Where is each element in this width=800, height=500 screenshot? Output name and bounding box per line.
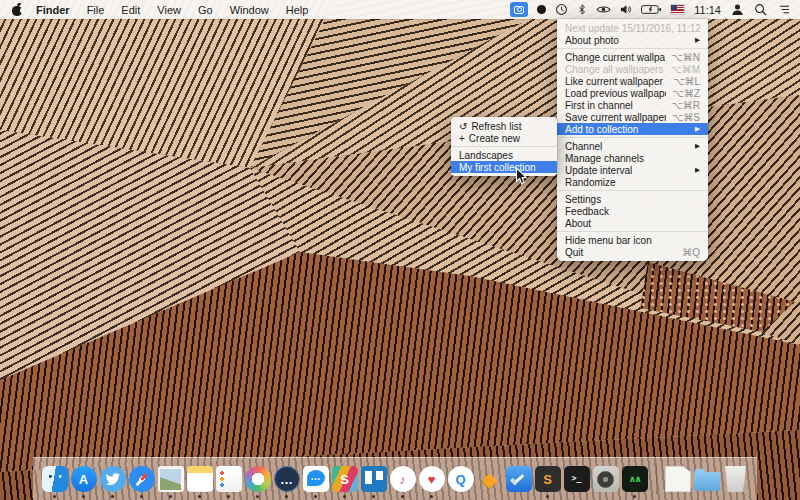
safari-dock-icon[interactable] xyxy=(129,466,155,492)
menu-item-manage-channels[interactable]: Manage channels xyxy=(557,152,708,164)
preview-photo-dock-icon[interactable] xyxy=(158,466,184,492)
menubar-menu-finder[interactable]: Finder xyxy=(36,4,70,16)
sketch-dock-icon[interactable]: ◆ xyxy=(477,466,503,492)
running-indicator-dot xyxy=(546,495,549,498)
downloads-folder-dock-icon[interactable] xyxy=(694,472,720,491)
menu-item-change-current-wallpaper[interactable]: Change current wallpaper⌥⌘N xyxy=(557,51,708,63)
menu-item-label: My first collection xyxy=(459,162,549,173)
photos-dock-icon[interactable] xyxy=(245,466,271,492)
film-reel-app-dock-icon[interactable] xyxy=(593,466,619,492)
menu-item-label: Hide menu bar icon xyxy=(565,235,700,246)
running-indicator-dot xyxy=(372,495,375,498)
menu-item-shortcut: ⌥⌘L xyxy=(673,76,700,87)
menu-item-add-to-collection[interactable]: Add to collection▶ xyxy=(557,123,708,135)
menu-item-shortcut: ⌥⌘S xyxy=(672,112,700,123)
battery-charging-icon[interactable] xyxy=(641,0,662,19)
menubar-menu-go[interactable]: Go xyxy=(198,4,213,16)
menu-item-like-current-wallpaper[interactable]: Like current wallpaper⌥⌘L xyxy=(557,75,708,87)
desktop: FinderFileEditViewGoWindowHelp 11:14 Nex… xyxy=(0,0,800,500)
dot-app-menubar-icon[interactable] xyxy=(537,0,546,19)
running-indicator-dot xyxy=(430,495,433,498)
menubar-menu-view[interactable]: View xyxy=(157,4,181,16)
documents-stack-dock-icon[interactable] xyxy=(665,466,691,492)
menubar-right-icons xyxy=(731,0,790,19)
activity-monitor-dock-icon[interactable]: ∧∧ xyxy=(622,466,648,492)
menu-item-label: Load previous wallpaper xyxy=(565,88,666,99)
menu-item-feedback[interactable]: Feedback xyxy=(557,205,708,217)
menubar-menu-file[interactable]: File xyxy=(87,4,105,16)
menu-item-landscapes[interactable]: Landscapes xyxy=(451,149,557,161)
dock-icon-glyph: Q xyxy=(455,473,465,486)
menu-item-hide-menu-bar-icon[interactable]: Hide menu bar icon xyxy=(557,234,708,246)
irvue-menubar-icon[interactable] xyxy=(510,0,528,19)
menu-item-about[interactable]: About xyxy=(557,217,708,229)
finder-dock-icon[interactable] xyxy=(42,466,68,492)
menu-item-label: Settings xyxy=(565,194,700,205)
sublime-text-dock-icon[interactable]: S xyxy=(535,466,561,492)
xcode-dock-icon[interactable] xyxy=(506,466,532,492)
menubar-menu-edit[interactable]: Edit xyxy=(121,4,140,16)
running-indicator-dot xyxy=(285,495,288,498)
menu-item-about-photo[interactable]: About photo▶ xyxy=(557,34,708,46)
menu-item-create-new[interactable]: +Create new xyxy=(451,132,557,144)
running-indicator-dot xyxy=(198,495,201,498)
menu-item-settings[interactable]: Settings xyxy=(557,193,708,205)
notes-dock-icon[interactable] xyxy=(187,466,213,492)
trash-dock-icon[interactable] xyxy=(723,466,749,492)
menu-item-quit[interactable]: Quit⌘Q xyxy=(557,246,708,258)
chat-app-dock-icon[interactable]: … xyxy=(274,466,300,492)
dock-icon-glyph: ♥ xyxy=(428,473,436,486)
menu-item-randomize[interactable]: Randomize xyxy=(557,176,708,188)
app-store-dock-icon[interactable]: A xyxy=(71,466,97,492)
volume-icon[interactable] xyxy=(620,0,632,19)
submenu-separator xyxy=(451,146,557,147)
menu-item-load-previous-wallpaper[interactable]: Load previous wallpaper⌥⌘Z xyxy=(557,87,708,99)
heartbeat-app-dock-icon[interactable]: ♥ xyxy=(419,466,445,492)
menu-item-label: Channel xyxy=(565,141,689,152)
fast-user-switching-icon[interactable] xyxy=(731,0,744,19)
menu-item-refresh-list[interactable]: ↺Refresh list xyxy=(451,120,557,132)
menu-item-first-in-channel[interactable]: First in channel⌥⌘R xyxy=(557,99,708,111)
running-indicator-dot xyxy=(343,495,346,498)
menubar-menu-window[interactable]: Window xyxy=(230,4,269,16)
menu-item-label: About xyxy=(565,218,700,229)
menu-item-my-first-collection[interactable]: My first collection xyxy=(451,161,557,173)
trello-dock-icon[interactable] xyxy=(361,466,387,492)
menu-item-shortcut: ⌘Q xyxy=(682,247,700,258)
menu-item-update-interval[interactable]: Update interval▶ xyxy=(557,164,708,176)
menu-item-label: Change all wallpapers xyxy=(565,64,664,75)
spotlight-search-icon[interactable] xyxy=(754,0,767,19)
reminders-dock-icon[interactable] xyxy=(216,466,242,492)
dock: A……S♪♥Q◆S>_∧∧ xyxy=(33,457,757,500)
menu-item-label: Update interval xyxy=(565,165,689,176)
irvue-menu-separator xyxy=(557,48,708,49)
itunes-dock-icon[interactable]: ♪ xyxy=(390,466,416,492)
submenu-arrow-icon: ▶ xyxy=(695,166,700,174)
slack-dock-icon[interactable]: S xyxy=(332,466,358,492)
submenu-arrow-icon: ▶ xyxy=(695,142,700,150)
irvue-menu-separator xyxy=(557,137,708,138)
menu-item-label: Refresh list xyxy=(471,121,549,132)
menubar-status-icons xyxy=(510,0,684,19)
menu-item-save-current-wallpaper[interactable]: Save current wallpaper⌥⌘S xyxy=(557,111,708,123)
dock-icon-glyph: S xyxy=(340,473,349,486)
notification-center-icon[interactable] xyxy=(777,0,790,19)
apple-menu-icon[interactable] xyxy=(10,3,24,17)
eye-app-menubar-icon[interactable] xyxy=(596,0,611,19)
menu-item-label: Like current wallpaper xyxy=(565,76,667,87)
terminal-dock-icon[interactable]: >_ xyxy=(564,466,590,492)
clock-app-menubar-icon[interactable] xyxy=(555,0,568,19)
dock-icon-glyph: ∧∧ xyxy=(629,475,641,484)
twitter-dock-icon[interactable] xyxy=(100,466,126,492)
messages-dock-icon[interactable]: … xyxy=(303,466,329,492)
input-language-us-flag-icon[interactable] xyxy=(671,0,684,19)
quicktime-dock-icon[interactable]: Q xyxy=(448,466,474,492)
menubar-menu-help[interactable]: Help xyxy=(286,4,309,16)
menubar-clock[interactable]: 11:14 xyxy=(694,4,721,16)
menu-item-label: Manage channels xyxy=(565,153,700,164)
menu-item-label: Add to collection xyxy=(565,124,689,135)
menu-item-change-all-wallpapers: Change all wallpapers⌥⌘M xyxy=(557,63,708,75)
menu-item-channel[interactable]: Channel▶ xyxy=(557,140,708,152)
bluetooth-icon[interactable] xyxy=(577,0,587,19)
menu-item-shortcut: ⌥⌘M xyxy=(670,64,700,75)
